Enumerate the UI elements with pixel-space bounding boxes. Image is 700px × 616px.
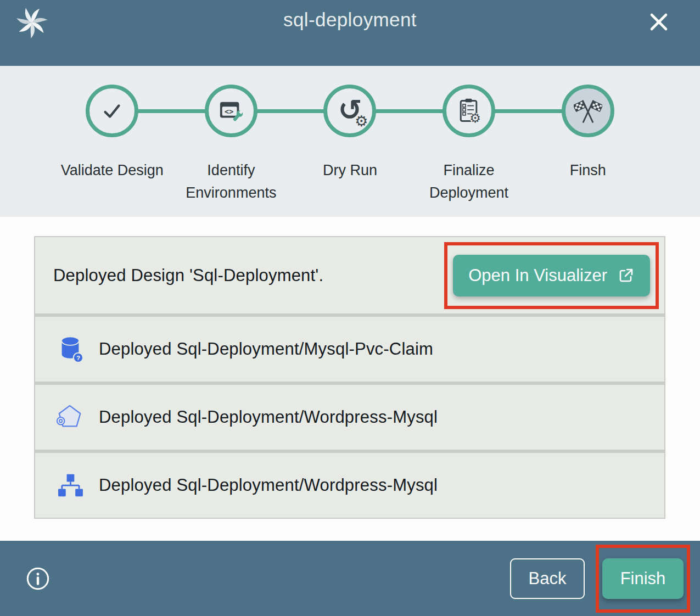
result-text: Deployed Sql-Deployment/Wordpress-Mysql bbox=[99, 475, 438, 495]
dialog-header: sql-deployment bbox=[0, 0, 700, 66]
step-circle: ⚙ bbox=[443, 85, 495, 137]
external-link-icon bbox=[617, 267, 635, 284]
step-label: Dry Run bbox=[323, 159, 377, 182]
result-text: Deployed Sql-Deployment/Wordpress-Mysql bbox=[99, 407, 438, 427]
result-text: Deployed Sql-Deployment/Mysql-Pvc-Claim bbox=[99, 339, 433, 359]
result-row-wordpress-mysql-topology: Deployed Sql-Deployment/Wordpress-Mysql bbox=[35, 453, 664, 518]
pentagon-icon bbox=[55, 404, 86, 431]
step-circle: ↺ ⚙ bbox=[323, 85, 376, 137]
wizard-stepper: Validate Design <> Identify Environments bbox=[0, 66, 700, 217]
step-circle bbox=[562, 85, 614, 137]
step-label: Finsh bbox=[570, 159, 606, 182]
dialog-title: sql-deployment bbox=[0, 9, 700, 31]
open-in-visualizer-label: Open In Visualizer bbox=[468, 266, 607, 285]
step-circle: <> bbox=[205, 85, 257, 137]
info-button[interactable] bbox=[25, 566, 51, 591]
code-wrench-icon: <> bbox=[218, 98, 244, 124]
checkmark-icon bbox=[99, 98, 125, 124]
step-label: Identify Environments bbox=[176, 159, 286, 204]
close-button[interactable] bbox=[645, 9, 673, 36]
close-icon bbox=[646, 9, 672, 35]
results-list: Deployed Design 'Sql-Deployment'. Open I… bbox=[34, 236, 665, 519]
svg-text:<>: <> bbox=[225, 108, 233, 116]
step-circle bbox=[86, 85, 138, 137]
result-row-wordpress-mysql-service: Deployed Sql-Deployment/Wordpress-Mysql bbox=[35, 385, 664, 450]
step-label: Validate Design bbox=[61, 159, 164, 182]
results-panel: Deployed Design 'Sql-Deployment'. Open I… bbox=[0, 217, 700, 541]
step-identify-environments[interactable]: <> Identify Environments bbox=[172, 85, 291, 217]
svg-text:⚙: ⚙ bbox=[469, 111, 481, 124]
step-dry-run[interactable]: ↺ ⚙ Dry Run bbox=[290, 85, 410, 217]
step-finish[interactable]: Finsh bbox=[528, 85, 647, 217]
step-validate-design[interactable]: Validate Design bbox=[53, 85, 172, 217]
svg-text:?: ? bbox=[76, 355, 80, 361]
hierarchy-icon bbox=[55, 473, 86, 497]
deployment-wizard-dialog: sql-deployment Validate Design bbox=[0, 0, 700, 616]
clipboard-gear-icon: ⚙ bbox=[456, 98, 482, 124]
open-in-visualizer-button[interactable]: Open In Visualizer bbox=[453, 255, 650, 296]
info-icon bbox=[25, 566, 51, 591]
back-button[interactable]: Back bbox=[510, 558, 585, 599]
checkered-flags-icon bbox=[574, 97, 602, 125]
step-finalize-deployment[interactable]: ⚙ Finalize Deployment bbox=[410, 85, 529, 217]
dialog-footer: Back Finish bbox=[0, 541, 700, 616]
deployed-design-row: Deployed Design 'Sql-Deployment'. Open I… bbox=[35, 237, 664, 313]
database-icon: ? bbox=[55, 335, 86, 363]
gear-icon: ⚙ bbox=[355, 114, 368, 128]
redeploy-gear-icon: ↺ ⚙ bbox=[334, 96, 366, 126]
finish-button[interactable]: Finish bbox=[602, 558, 684, 599]
result-row-mysql-pvc-claim: ? Deployed Sql-Deployment/Mysql-Pvc-Clai… bbox=[35, 317, 664, 382]
deployed-design-message: Deployed Design 'Sql-Deployment'. bbox=[53, 266, 323, 285]
step-label: Finalize Deployment bbox=[414, 159, 524, 204]
highlight-annotation-finish: Finish bbox=[596, 545, 690, 613]
highlight-annotation-visualizer: Open In Visualizer bbox=[444, 242, 659, 309]
